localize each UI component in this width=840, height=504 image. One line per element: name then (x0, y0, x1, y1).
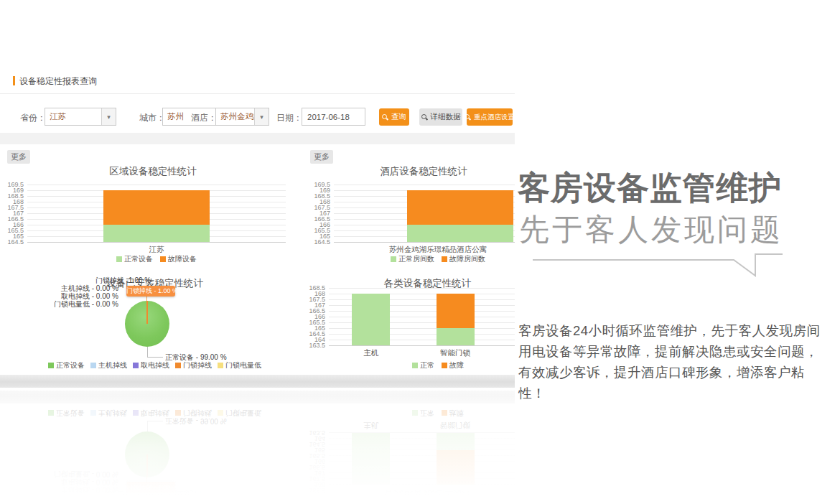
gridline (334, 242, 515, 243)
gridline (27, 242, 286, 243)
y-axis-tick-label: 164.5 (7, 238, 24, 246)
date-label: 日期： (276, 112, 302, 124)
callout-line (531, 250, 786, 280)
legend-item[interactable]: 故障 (442, 360, 464, 370)
key-hotel-settings-button[interactable]: 重点酒店设置 (467, 108, 513, 126)
more-button-right[interactable]: 更多 (310, 150, 333, 164)
hotel-chart-legend: 正常房间数故障房间数 (334, 255, 515, 263)
key-hotel-button-label: 重点酒店设置 (474, 113, 515, 122)
x-axis-label: 主机 (363, 348, 378, 358)
bar-segment (352, 294, 390, 345)
chart-tooltip: 门锁掉线 - 1.00 % (126, 286, 175, 297)
legend-item[interactable]: 正常设备 (48, 360, 85, 370)
legend-swatch (175, 363, 181, 368)
legend-swatch (218, 363, 223, 368)
legend-label: 正常设备 (56, 360, 85, 370)
hotel-chart-title: 酒店设备稳定性统计 (334, 165, 513, 178)
legend-label: 故障 (449, 360, 464, 370)
legend-item[interactable]: 主机掉线 (90, 360, 127, 370)
hotel-value: 苏州金鸡湖乐璟精 (216, 111, 254, 122)
pie-callout-label: 门锁电量低 - 0.00 % (14, 299, 118, 309)
legend-item[interactable]: 取电掉线 (133, 360, 169, 370)
chevron-down-icon: ▾ (101, 108, 116, 125)
legend-label: 主机掉线 (98, 360, 127, 370)
x-axis-label: 江苏 (149, 245, 164, 255)
device-type-chart-xaxis: 主机 智能门锁 (329, 348, 515, 357)
page-title: 设备稳定性报表查询 (19, 75, 97, 88)
magnifier-icon (382, 114, 388, 121)
gridline (27, 185, 286, 185)
detail-button-label: 详细数据 (431, 112, 461, 122)
device-type-chart-plot: 168.5168167.5167166.5166165.5165164.5164… (329, 288, 515, 345)
city-label: 城市： (139, 112, 165, 124)
legend-swatch (442, 256, 447, 262)
section-separator (0, 133, 515, 144)
detail-data-button[interactable]: 详细数据 (419, 108, 462, 126)
legend-item[interactable]: 故障房间数 (442, 254, 485, 264)
region-chart-plot: 169.5169168.5168167.5167166.5166165.5165… (27, 185, 286, 242)
pie-slice-fault (146, 301, 148, 324)
device-type-chart-legend: 正常故障 (334, 361, 515, 370)
legend-swatch (48, 363, 54, 368)
gridline (334, 185, 515, 185)
region-chart-legend: 正常设备故障设备 (27, 255, 286, 263)
page: 设备稳定性报表查询 省份： 江苏 ▾ 城市： 苏州 ▾ 酒店： 苏州金鸡湖乐璟精… (0, 0, 840, 504)
legend-label: 正常 (420, 360, 434, 370)
query-button-label: 查询 (391, 112, 406, 122)
pie-chart (125, 301, 169, 347)
legend-item[interactable]: 正常设备 (116, 254, 153, 264)
legend-label: 门锁电量低 (225, 360, 261, 370)
title-accent-bar (13, 76, 15, 85)
pie-callout-label: 正常设备 - 99.00 % (165, 353, 227, 363)
y-axis-tick-label: 164.5 (314, 238, 330, 246)
hotel-select[interactable]: 苏州金鸡湖乐璟精 ▾ (215, 108, 269, 126)
pie-callout-line (147, 347, 148, 357)
marketing-paragraph: 客房设备24小时循环监管维护，先于客人发现房间用电设备等异常故障，提前解决隐患或… (518, 320, 823, 403)
x-axis-label: 苏州金鸡湖乐璟精品酒店公寓 (389, 245, 487, 255)
legend-swatch (160, 256, 166, 262)
region-chart-title: 区域设备稳定性统计 (27, 165, 279, 178)
province-select[interactable]: 江苏 ▾ (45, 108, 116, 126)
region-chart-xaxis: 江苏 (27, 245, 286, 253)
bar-segment (407, 225, 513, 242)
legend-swatch (133, 363, 139, 368)
province-label: 省份： (20, 112, 46, 124)
legend-item[interactable]: 故障设备 (160, 254, 197, 264)
device-type-chart-title: 各类设备稳定性统计 (329, 277, 515, 290)
dashboard-screenshot: 设备稳定性报表查询 省份： 江苏 ▾ 城市： 苏州 ▾ 酒店： 苏州金鸡湖乐璟精… (0, 390, 515, 504)
hotel-chart-xaxis: 苏州金鸡湖乐璟精品酒店公寓 (334, 245, 515, 253)
query-button[interactable]: 查询 (379, 108, 409, 126)
province-value: 江苏 (45, 111, 101, 122)
date-input[interactable] (302, 108, 365, 126)
more-button-left[interactable]: 更多 (7, 150, 30, 164)
bar-segment (103, 190, 210, 225)
bar-segment (103, 225, 210, 242)
footer-strip (0, 375, 515, 388)
dashboard-screenshot: 设备稳定性报表查询 省份： 江苏 ▾ 城市： 苏州 ▾ 酒店： 苏州金鸡湖乐璟精… (0, 72, 515, 388)
bar-segment (407, 190, 513, 225)
legend-swatch (442, 363, 447, 368)
legend-swatch (391, 256, 396, 262)
magnifier-icon (465, 114, 471, 121)
chevron-down-icon: ▾ (254, 108, 269, 125)
legend-swatch (90, 363, 96, 368)
legend-swatch (412, 363, 418, 368)
reflection: 设备稳定性报表查询 省份： 江苏 ▾ 城市： 苏州 ▾ 酒店： 苏州金鸡湖乐璟精… (0, 390, 515, 504)
legend-label: 故障设备 (168, 254, 197, 264)
pie-chart-legend: 正常设备主机掉线取电掉线门锁掉线门锁电量低 (20, 361, 289, 370)
hotel-chart-plot: 169.5169168.5168167.5167166.5166165.5165… (334, 185, 515, 242)
legend-swatch (116, 256, 122, 262)
legend-item[interactable]: 正常 (412, 360, 434, 370)
bar-segment (437, 294, 475, 328)
legend-label: 故障房间数 (449, 254, 485, 264)
hotel-label: 酒店： (191, 112, 217, 124)
pie-callout-line (147, 357, 163, 358)
headline: 客房设备监管维护 (518, 167, 834, 210)
bar-segment (437, 328, 475, 345)
legend-item[interactable]: 正常房间数 (391, 254, 434, 264)
x-axis-label: 智能门锁 (440, 348, 470, 358)
y-axis-tick-label: 163.5 (309, 342, 325, 349)
legend-label: 正常房间数 (398, 254, 434, 264)
subheadline: 先于客人发现问题 (519, 210, 835, 250)
gridline (329, 345, 515, 346)
